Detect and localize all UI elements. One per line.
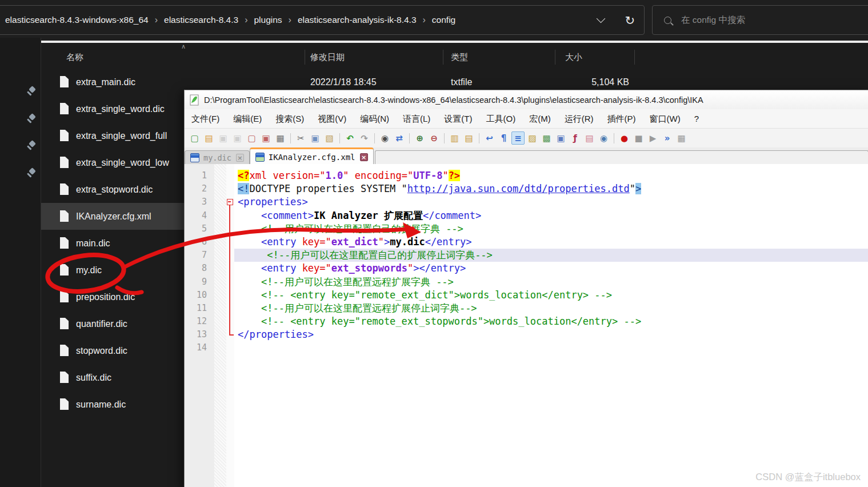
file-icon <box>60 76 69 87</box>
folder-as-workspace-icon[interactable]: ▤ <box>583 131 596 145</box>
copy-icon[interactable]: ▣ <box>309 131 322 145</box>
file-name: my.dic <box>76 257 102 284</box>
breadcrumb-item[interactable]: elasticsearch-analysis-ik-8.4.3 <box>297 15 418 25</box>
document-map-icon[interactable]: ▩ <box>540 131 553 145</box>
column-header-date[interactable]: 修改日期 <box>310 48 345 66</box>
column-header-type[interactable]: 类型 <box>451 48 468 66</box>
close-icon[interactable]: ▢ <box>245 131 258 145</box>
tab-close-icon[interactable]: × <box>360 153 368 161</box>
menu-item[interactable]: 宏(M) <box>522 109 558 128</box>
fold-marker <box>226 222 234 235</box>
menu-item[interactable]: 视图(V) <box>311 109 353 128</box>
bookmark-cell <box>214 262 226 275</box>
menu-item[interactable]: 运行(R) <box>558 109 601 128</box>
close-all-icon[interactable]: ▣ <box>259 131 273 145</box>
breadcrumb-item[interactable]: plugins <box>253 15 283 25</box>
save-all-icon[interactable]: ▣ <box>231 131 244 145</box>
fold-collapse-icon[interactable] <box>227 199 233 205</box>
code-token <box>238 316 261 327</box>
bookmark-cell <box>214 222 226 235</box>
word-wrap-icon[interactable]: ↩ <box>483 131 496 145</box>
code-text: <comment>IK Analyzer 扩展配置</comment> <box>234 209 868 222</box>
macro-stop-icon[interactable]: ■ <box>632 131 645 145</box>
zoom-out-icon[interactable]: ⊖ <box>427 131 441 145</box>
code-text: <entry key="ext_stopwords"></entry> <box>234 262 868 275</box>
cut-icon[interactable]: ✂ <box>294 131 307 145</box>
column-header-name[interactable]: 名称 <box>66 48 83 66</box>
shortcut-mapper-icon[interactable]: ▨ <box>526 131 539 145</box>
line-number: 2 <box>185 182 214 195</box>
zoom-in-icon[interactable]: ⊕ <box>413 131 426 145</box>
macro-record-icon[interactable]: ● <box>618 131 631 145</box>
macro-play-icon[interactable]: ▶ <box>646 131 659 145</box>
menu-item[interactable]: 文件(F) <box>185 109 226 128</box>
monitoring-eye-icon[interactable]: ◉ <box>597 131 610 145</box>
menu-item[interactable]: 语言(L) <box>396 109 437 128</box>
search-box[interactable] <box>652 5 868 35</box>
refresh-icon[interactable]: ↻ <box>625 14 635 26</box>
title-bar[interactable]: D:\ProgramTool\Elasticsearch\elasticsear… <box>185 90 868 109</box>
line-number: 11 <box>185 302 214 315</box>
code-line: 11 <!--用户可以在这里配置远程扩展停止词字典--> <box>185 302 868 315</box>
code-token: </entry> <box>425 236 472 248</box>
breadcrumb-item[interactable]: elasticsearch-8.4.3-windows-x86_64 <box>4 15 150 25</box>
menu-item[interactable]: 设置(T) <box>437 109 479 128</box>
column-header-size[interactable]: 大小 <box>565 48 582 66</box>
address-bar[interactable]: elasticsearch-8.4.3-windows-x86_64›elast… <box>0 5 645 35</box>
code-token <box>238 249 267 261</box>
file-icon <box>60 157 69 168</box>
menu-item[interactable]: 编码(N) <box>353 109 396 128</box>
sync-horizontal-icon[interactable]: ▤ <box>462 131 475 145</box>
sync-vertical-icon[interactable]: ▥ <box>448 131 461 145</box>
open-file-icon[interactable]: ▤ <box>202 131 215 145</box>
fold-marker <box>226 262 234 275</box>
save-state-icon <box>190 153 199 162</box>
breadcrumb-item[interactable]: config <box>431 15 457 25</box>
menu-item[interactable]: 窗口(W) <box>642 109 687 128</box>
indent-guide-icon[interactable]: ≡ <box>511 131 525 145</box>
code-token: </properties> <box>238 329 314 340</box>
tab-my.dic[interactable]: my.dic× <box>185 150 250 165</box>
code-line: 3<properties> <box>185 195 868 209</box>
watermark: CSDN @蓝盒子itbluebox <box>755 471 861 484</box>
print-icon[interactable]: ▦ <box>274 131 287 145</box>
macro-run-multiple-icon[interactable]: » <box>661 131 674 145</box>
function-list-icon[interactable]: ƒ <box>569 131 582 145</box>
fold-marker <box>226 328 234 341</box>
file-name: extra_stopword.dic <box>76 176 153 203</box>
breadcrumb-item[interactable]: elasticsearch-8.4.3 <box>163 15 239 25</box>
redo-icon[interactable]: ↷ <box>358 131 371 145</box>
toolbar-separator <box>290 133 291 143</box>
code-text: <!-- <entry key="remote_ext_stopwords">w… <box>234 315 868 328</box>
paste-icon[interactable]: ▧ <box>323 131 336 145</box>
menu-item[interactable]: 编辑(E) <box>226 109 269 128</box>
command-bar-divider <box>0 41 868 43</box>
code-token: " <box>343 170 349 181</box>
notepadpp-window[interactable]: D:\ProgramTool\Elasticsearch\elasticsear… <box>184 90 868 487</box>
new-file-icon[interactable]: ▢ <box>188 131 201 145</box>
replace-icon[interactable]: ⇄ <box>393 131 406 145</box>
menu-item[interactable]: 工具(O) <box>479 109 522 128</box>
macro-save-icon[interactable]: ▦ <box>675 131 688 145</box>
toolbar-separator <box>409 133 410 143</box>
search-input[interactable] <box>680 14 854 26</box>
document-switcher-icon[interactable]: ▣ <box>554 131 567 145</box>
show-all-characters-icon[interactable]: ¶ <box>497 131 510 145</box>
find-icon[interactable]: ◉ <box>378 131 391 145</box>
toolbar-separator <box>339 133 340 143</box>
file-icon <box>60 372 69 383</box>
menu-item[interactable]: 搜索(S) <box>269 109 311 128</box>
code-text: <!DOCTYPE properties SYSTEM "http://java… <box>234 182 868 195</box>
line-number: 4 <box>185 209 214 222</box>
column-divider <box>634 50 635 65</box>
undo-icon[interactable]: ↶ <box>343 131 357 145</box>
menu-item[interactable]: 插件(P) <box>600 109 642 128</box>
menu-item[interactable]: ? <box>687 109 706 128</box>
editor[interactable]: 1<?xml version="1.0" encoding="UTF-8"?>2… <box>185 164 868 487</box>
file-name: main.dic <box>76 230 110 257</box>
save-icon[interactable]: ▣ <box>217 131 230 145</box>
tab-IKAnalyzer.cfg.xml[interactable]: IKAnalyzer.cfg.xml× <box>250 147 374 165</box>
address-dropdown-chevron-icon[interactable] <box>597 14 606 23</box>
file-icon <box>60 398 69 410</box>
tab-close-icon[interactable]: × <box>236 154 244 162</box>
